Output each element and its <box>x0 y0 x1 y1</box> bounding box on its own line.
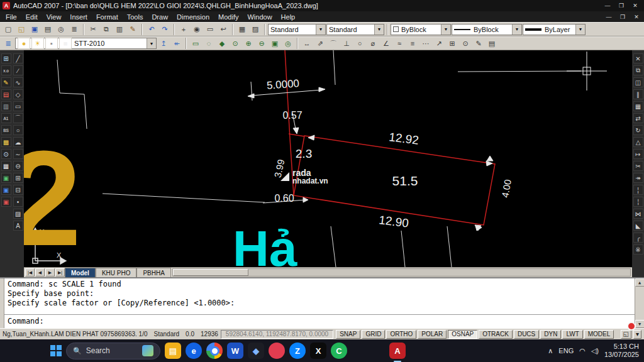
edge-browser-icon[interactable]: e <box>186 343 202 359</box>
layer-combo[interactable]: ●☀▪■ STT-2010 ▼ <box>15 38 157 49</box>
close-button[interactable]: ✕ <box>629 1 641 10</box>
designcenter-icon[interactable]: ▨ <box>249 24 262 35</box>
tab-pbhha[interactable]: PBHHA <box>136 268 170 277</box>
taskbar-search[interactable]: 🔍 Search <box>66 343 160 359</box>
command-window-grab-bar[interactable] <box>0 278 4 328</box>
dimension-angular-icon[interactable]: ∠ <box>380 38 392 49</box>
osnap-toggle[interactable]: OSNAP <box>448 330 477 339</box>
ellipse-icon[interactable]: ⊖ <box>13 161 23 171</box>
menu-format[interactable]: Format <box>92 13 123 21</box>
minimize-button[interactable]: — <box>601 1 614 10</box>
chevron-down-icon[interactable]: ▼ <box>441 25 450 35</box>
tab-next-button[interactable]: ▶ <box>45 268 55 277</box>
plot-icon[interactable]: ▤ <box>42 24 54 35</box>
otrack-toggle[interactable]: OTRACK <box>479 330 513 339</box>
undo-icon[interactable]: ↶ <box>145 24 158 35</box>
file-explorer-icon[interactable]: ▤ <box>165 343 181 359</box>
polygon-icon[interactable]: ◇ <box>13 89 23 99</box>
revision-cloud-icon[interactable]: ☁ <box>13 137 23 147</box>
mirror-icon[interactable]: ◫ <box>633 77 643 87</box>
line-icon[interactable]: ╱ <box>13 53 23 63</box>
extend-icon[interactable]: ↠ <box>633 173 643 183</box>
custom-red-tool-icon[interactable]: ▣ <box>1 197 11 207</box>
clean-screen-icon[interactable]: ◱ <box>621 330 631 339</box>
rectangle-icon[interactable]: ▭ <box>13 101 23 111</box>
menu-modify[interactable]: Modify <box>214 13 243 21</box>
polyline-icon[interactable]: ∿ <box>13 77 23 87</box>
polar-toggle[interactable]: POLAR <box>418 330 447 339</box>
doc-close-button[interactable]: ✕ <box>630 13 643 21</box>
custom-green-tool-icon[interactable]: ▣ <box>1 173 11 183</box>
dimension-linear-icon[interactable]: ↔ <box>301 38 313 49</box>
dark-app-icon[interactable]: ◆ <box>248 343 264 359</box>
network-icon[interactable]: ◠ <box>579 347 586 355</box>
publish-icon[interactable]: ≣ <box>68 24 80 35</box>
zoom-window-icon[interactable]: ▭ <box>189 38 202 49</box>
menu-window[interactable]: Window <box>243 13 276 21</box>
zoom-center-icon[interactable]: ⊙ <box>229 38 242 49</box>
menu-insert[interactable]: Insert <box>65 13 92 21</box>
spline-icon[interactable]: ∼ <box>13 149 23 159</box>
doc-minimize-button[interactable]: — <box>602 13 615 21</box>
zoom-realtime-icon[interactable]: ◉ <box>191 24 203 35</box>
scale-icon[interactable]: △ <box>633 137 643 147</box>
break-at-point-icon[interactable]: ¦ <box>633 185 643 195</box>
taskbar-clock[interactable]: 5:13 CH 13/07/2025 <box>604 343 639 359</box>
grid-toggle[interactable]: GRID <box>362 330 385 339</box>
zoom-in-icon[interactable]: ⊕ <box>242 38 255 49</box>
copy-clip-icon[interactable]: ⧉ <box>100 24 113 35</box>
hatch-icon[interactable]: ▨ <box>13 209 23 219</box>
make-block-icon[interactable]: ⊟ <box>13 185 23 195</box>
zoom-previous-icon[interactable]: ↩ <box>217 24 230 35</box>
dimension-ordinate-icon[interactable]: ⊥ <box>340 38 353 49</box>
custom-pencil-tool-icon[interactable]: ✎ <box>1 77 11 87</box>
plot-preview-icon[interactable]: ◎ <box>55 24 67 35</box>
custom-palette-tool-icon[interactable]: ▦ <box>1 161 11 171</box>
command-scrollbar[interactable]: ▲ ▼ <box>635 278 644 328</box>
array-icon[interactable]: ▦ <box>633 101 643 111</box>
chevron-down-icon[interactable]: ▼ <box>374 25 384 35</box>
status-menu-arrow-icon[interactable]: ▾ <box>633 330 641 339</box>
zoom-dynamic-icon[interactable]: ◌ <box>203 38 215 49</box>
model-toggle[interactable]: MODEL <box>584 330 614 339</box>
cut-icon[interactable]: ✂ <box>87 24 99 35</box>
red-app-icon[interactable] <box>269 343 285 359</box>
start-button[interactable] <box>50 345 62 356</box>
dimension-style-icon[interactable]: ▤ <box>486 38 498 49</box>
insert-block-icon[interactable]: ⊞ <box>13 173 23 183</box>
menu-view[interactable]: View <box>42 13 66 21</box>
horizontal-scrollbar[interactable] <box>172 268 631 277</box>
erase-icon[interactable]: ✕ <box>633 53 643 63</box>
qnew-icon[interactable]: ▢ <box>2 24 14 35</box>
redo-icon[interactable]: ↷ <box>158 24 171 35</box>
custom-xo-tool-icon[interactable]: x.o <box>1 65 11 75</box>
maximize-button[interactable]: ❐ <box>615 1 628 10</box>
autocad-taskbar-icon[interactable]: A <box>389 343 406 359</box>
construction-line-icon[interactable]: ∕ <box>13 65 23 75</box>
dimension-continue-icon[interactable]: ⋯ <box>419 38 432 49</box>
menu-edit[interactable]: Edit <box>21 13 42 21</box>
zoom-extents-icon[interactable]: ◎ <box>282 38 294 49</box>
tab-khu-pho[interactable]: KHU PHO <box>96 268 137 277</box>
chevron-down-icon[interactable]: ▼ <box>512 25 521 35</box>
paste-icon[interactable]: ▥ <box>113 24 126 35</box>
circle-icon[interactable]: ○ <box>13 125 23 135</box>
explode-icon[interactable]: ※ <box>633 244 643 255</box>
command-window[interactable]: Command: sc SCALE 1 found Specify base p… <box>0 277 644 328</box>
custom-block-tool-icon[interactable]: ▥ <box>1 101 11 111</box>
custom-bs-tool-icon[interactable]: BS <box>1 125 11 135</box>
fillet-icon[interactable]: ╭ <box>633 233 643 243</box>
layer-previous-icon[interactable]: ↞ <box>170 38 183 49</box>
stretch-icon[interactable]: ↦ <box>633 149 643 159</box>
lwt-toggle[interactable]: LWT <box>562 330 582 339</box>
chevron-down-icon[interactable]: ▼ <box>316 25 325 35</box>
dimension-baseline-icon[interactable]: ≡ <box>406 38 419 49</box>
arc-icon[interactable]: ⌒ <box>13 113 23 123</box>
pan-icon[interactable]: + <box>177 24 190 35</box>
layer-properties-manager-icon[interactable]: ≣ <box>2 38 14 49</box>
custom-a1-tool-icon[interactable]: A1 <box>1 113 11 123</box>
chrome-browser-icon[interactable] <box>206 343 223 359</box>
save-icon[interactable]: ▣ <box>28 24 41 35</box>
menu-dimension[interactable]: Dimension <box>172 13 214 21</box>
word-icon[interactable]: W <box>227 343 243 359</box>
